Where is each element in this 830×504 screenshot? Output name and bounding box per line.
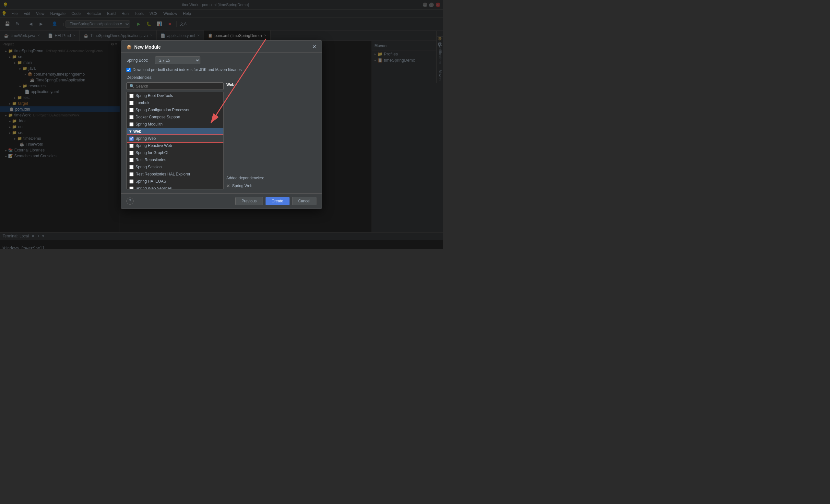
cancel-button[interactable]: Cancel — [292, 197, 316, 205]
dialog-body: Spring Boot: 2.7.15 Download pre-built s… — [121, 53, 322, 193]
dep-rest-hal-explorer[interactable]: Rest Repositories HAL Explorer — [127, 170, 223, 178]
dep-checkbox-spring-web-services[interactable] — [129, 187, 134, 190]
dep-checkbox-config-processor[interactable] — [129, 108, 134, 112]
dep-config-processor[interactable]: Spring Configuration Processor — [127, 106, 223, 114]
dep-checkbox-spring-web[interactable] — [129, 136, 134, 141]
deps-layout: 🔍 Spring Boot DevTools Lombok — [126, 83, 316, 189]
download-indexes-row: Download pre-built shared indexes for JD… — [126, 67, 316, 72]
dep-checkbox-docker-compose[interactable] — [129, 115, 134, 119]
added-dep-label: Spring Web — [232, 184, 252, 188]
dep-spring-hateoas[interactable]: Spring HATEOAS — [127, 178, 223, 185]
dep-checkbox-spring-graphql[interactable] — [129, 151, 134, 155]
dep-checkbox-lombok[interactable] — [129, 101, 134, 105]
dep-checkbox-spring-reactive-web[interactable] — [129, 144, 134, 148]
download-indexes-label: Download pre-built shared indexes for JD… — [133, 67, 242, 72]
dep-spring-web[interactable]: Spring Web — [127, 135, 223, 142]
remove-spring-web-button[interactable]: ✕ — [226, 183, 230, 188]
dep-category-web[interactable]: ▾ Web — [127, 128, 223, 135]
web-category-title: Web — [226, 83, 316, 87]
deps-list[interactable]: Spring Boot DevTools Lombok Spring Confi… — [126, 92, 224, 189]
spring-boot-label: Spring Boot: — [126, 58, 152, 63]
dialog-footer: ? Previous Create Cancel — [121, 193, 322, 209]
dep-checkbox-rest-hal-explorer[interactable] — [129, 172, 134, 177]
search-input[interactable] — [136, 84, 221, 89]
dialog-module-icon: 📦 — [126, 45, 132, 50]
dialog-close-button[interactable]: ✕ — [312, 44, 316, 50]
dep-checkbox-rest-repositories[interactable] — [129, 158, 134, 162]
dep-checkbox-spring-boot-devtools[interactable] — [129, 94, 134, 98]
dep-checkbox-spring-modulith[interactable] — [129, 122, 134, 126]
dialog-header: 📦 New Module ✕ — [121, 40, 322, 53]
download-indexes-checkbox[interactable] — [126, 68, 131, 72]
dep-rest-repositories[interactable]: Rest Repositories — [127, 156, 223, 163]
dep-spring-session[interactable]: Spring Session — [127, 163, 223, 170]
previous-button[interactable]: Previous — [235, 197, 263, 205]
dialog-overlay: 📦 New Module ✕ Spring Boot: 2.7.15 Downl… — [0, 0, 443, 249]
dialog-buttons: Previous Create Cancel — [235, 197, 316, 205]
dep-spring-modulith[interactable]: Spring Modulith — [127, 121, 223, 128]
dep-spring-graphql[interactable]: Spring for GraphQL — [127, 149, 223, 156]
search-box: 🔍 — [126, 83, 224, 90]
dep-spring-reactive-web[interactable]: Spring Reactive Web — [127, 142, 223, 149]
added-dep-spring-web: ✕ Spring Web — [226, 182, 316, 189]
spring-boot-version-select[interactable]: 2.7.15 — [155, 57, 200, 64]
create-button[interactable]: Create — [265, 197, 290, 205]
dep-spring-boot-devtools[interactable]: Spring Boot DevTools — [127, 92, 223, 99]
category-arrow-web: ▾ — [129, 129, 131, 134]
deps-left-panel: 🔍 Spring Boot DevTools Lombok — [126, 83, 224, 189]
help-button[interactable]: ? — [126, 197, 134, 204]
deps-label: Dependencies: — [126, 75, 316, 80]
added-deps-label: Added dependencies: — [226, 176, 316, 180]
deps-right-panel: Web Added dependencies: ✕ Spring Web — [226, 83, 316, 189]
dep-checkbox-spring-hateoas[interactable] — [129, 179, 134, 184]
dep-lombok[interactable]: Lombok — [127, 99, 223, 106]
dep-checkbox-spring-session[interactable] — [129, 165, 134, 169]
new-module-dialog: 📦 New Module ✕ Spring Boot: 2.7.15 Downl… — [121, 40, 322, 209]
dep-spring-web-services[interactable]: Spring Web Services — [127, 185, 223, 189]
dialog-title: New Module — [134, 44, 161, 50]
spring-boot-row: Spring Boot: 2.7.15 — [126, 57, 316, 64]
dep-docker-compose[interactable]: Docker Compose Support — [127, 114, 223, 121]
search-icon: 🔍 — [129, 84, 134, 89]
